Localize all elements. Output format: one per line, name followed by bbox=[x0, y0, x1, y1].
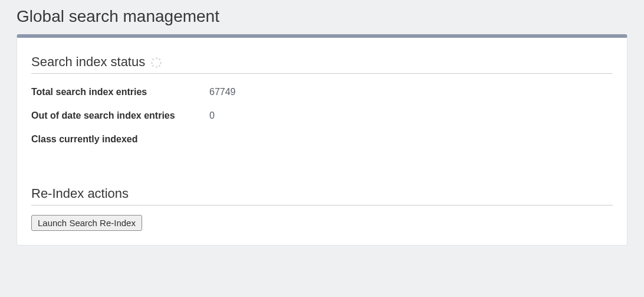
page-root: Global search management Search index st… bbox=[0, 0, 644, 297]
stat-row-class: Class currently indexed bbox=[31, 134, 613, 145]
reindex-heading: Re-Index actions bbox=[31, 186, 129, 201]
stat-label-outofdate: Out of date search index entries bbox=[31, 110, 209, 121]
spinner-icon bbox=[151, 57, 162, 68]
stat-value-outofdate: 0 bbox=[209, 110, 215, 121]
status-heading: Search index status bbox=[31, 54, 145, 70]
stat-value-total: 67749 bbox=[209, 87, 236, 97]
status-heading-row: Search index status bbox=[31, 54, 613, 74]
status-stats: Total search index entries 67749 Out of … bbox=[31, 87, 613, 145]
page-title: Global search management bbox=[17, 7, 627, 26]
stat-label-total: Total search index entries bbox=[31, 87, 209, 97]
stat-label-class: Class currently indexed bbox=[31, 134, 209, 145]
launch-reindex-button[interactable]: Launch Search Re-Index bbox=[31, 215, 142, 231]
card: Search index status Total search index e… bbox=[17, 34, 627, 246]
stat-row-outofdate: Out of date search index entries 0 bbox=[31, 110, 613, 121]
reindex-heading-row: Re-Index actions bbox=[31, 186, 613, 205]
stat-row-total: Total search index entries 67749 bbox=[31, 87, 613, 97]
